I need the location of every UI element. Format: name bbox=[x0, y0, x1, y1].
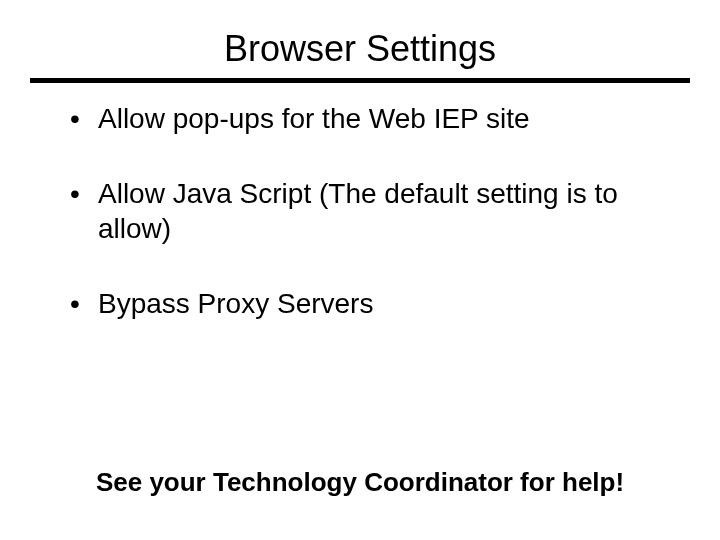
content-area: Allow pop-ups for the Web IEP site Allow… bbox=[0, 83, 720, 321]
footer-text: See your Technology Coordinator for help… bbox=[0, 467, 720, 498]
list-item: Bypass Proxy Servers bbox=[70, 286, 650, 321]
bullet-list: Allow pop-ups for the Web IEP site Allow… bbox=[70, 101, 650, 321]
page-title: Browser Settings bbox=[0, 0, 720, 78]
list-item: Allow pop-ups for the Web IEP site bbox=[70, 101, 650, 136]
list-item: Allow Java Script (The default setting i… bbox=[70, 176, 650, 246]
